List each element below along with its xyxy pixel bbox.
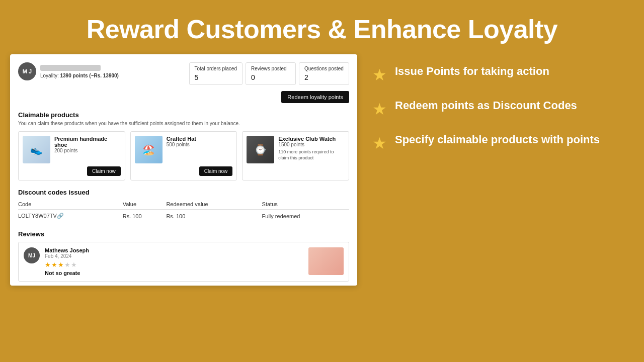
review-content: Mathews Joseph Feb 4, 2024 ★ ★ ★ ★ ★ Not…	[45, 247, 303, 276]
stat-box-questions: Questions posted 2	[299, 62, 349, 85]
discount-title: Discount codes issued	[18, 189, 349, 196]
feature-text-3: Specify claimable products with points	[395, 133, 600, 147]
reviews-section: Reviews MJ Mathews Joseph Feb 4, 2024 ★ …	[10, 226, 357, 286]
product-img-hat: 🏖️	[135, 136, 163, 163]
row-value: Rs. 100	[123, 210, 167, 223]
user-info: Loyality: 1390 points (~Rs. 13900)	[40, 65, 119, 78]
feature-text-2: Redeem points as Discount Codes	[395, 99, 577, 113]
feature-text-1: Issue Points for taking action	[395, 64, 549, 79]
star-rating: ★ ★ ★ ★ ★	[45, 261, 303, 268]
discount-table: Code Value Redeemed value Status LOLTY8W…	[18, 199, 349, 222]
page-header: Reward Customers & Enhance Loyalty	[0, 0, 644, 54]
claimable-title: Claimable products	[18, 111, 349, 119]
row-redeemed: Rs. 100	[166, 210, 262, 223]
review-image	[308, 247, 344, 275]
feature-item-1: ★ Issue Points for taking action	[372, 64, 624, 84]
review-date: Feb 4, 2024	[45, 253, 303, 259]
features-panel: ★ Issue Points for taking action ★ Redee…	[367, 54, 634, 163]
claim-button-hat[interactable]: Claim now	[199, 166, 233, 176]
col-status: Status	[262, 199, 349, 210]
stat-box-reviews: Reviews posted 0	[246, 62, 296, 85]
product-info-hat: Crafted Hat 500 points	[167, 136, 196, 147]
product-top-hat: 🏖️ Crafted Hat 500 points	[135, 136, 233, 163]
claimable-desc: You can claim these products when you ha…	[18, 121, 349, 126]
reviewer-avatar: MJ	[24, 247, 40, 263]
col-code: Code	[18, 199, 123, 210]
redeem-row: Redeem loyality points	[10, 89, 357, 107]
col-value: Value	[123, 199, 167, 210]
star-icon-3: ★	[372, 134, 387, 153]
row-status: Fully redeemed	[262, 210, 349, 223]
avatar: M J	[18, 62, 36, 80]
stat-box-orders: Total orders placed 5	[189, 62, 243, 85]
product-info-watch: Exclusive Club Watch 1500 points 110 mor…	[278, 136, 345, 161]
redeem-button[interactable]: Redeem loyality points	[281, 91, 349, 103]
app-topbar: M J Loyality: 1390 points (~Rs. 13900) T…	[10, 54, 357, 89]
loyalty-text: Loyality: 1390 points (~Rs. 13900)	[40, 73, 119, 78]
stats-boxes: Total orders placed 5 Reviews posted 0 Q…	[189, 62, 350, 85]
product-top-shoe: 👟 Premium handmade shoe 200 points	[23, 136, 121, 163]
star-4: ★	[64, 261, 70, 268]
star-icon-2: ★	[372, 100, 387, 119]
star-2: ★	[51, 261, 57, 268]
star-icon-1: ★	[372, 65, 387, 84]
user-name-blur	[40, 65, 101, 71]
products-row: 👟 Premium handmade shoe 200 points Claim…	[18, 131, 349, 180]
page-title: Reward Customers & Enhance Loyalty	[10, 14, 634, 44]
star-1: ★	[45, 261, 51, 268]
star-3: ★	[58, 261, 64, 268]
discount-section: Discount codes issued Code Value Redeeme…	[10, 185, 357, 226]
table-row: LOLTY8W07TV🔗 Rs. 100 Rs. 100 Fully redee…	[18, 210, 349, 223]
product-card-shoe: 👟 Premium handmade shoe 200 points Claim…	[18, 131, 125, 180]
product-top-watch: ⌚ Exclusive Club Watch 1500 points 110 m…	[247, 136, 345, 163]
product-info-shoe: Premium handmade shoe 200 points	[54, 136, 121, 153]
app-panel: M J Loyality: 1390 points (~Rs. 13900) T…	[10, 54, 357, 286]
claim-button-shoe[interactable]: Claim now	[87, 166, 121, 176]
feature-item-2: ★ Redeem points as Discount Codes	[372, 99, 624, 119]
user-area: M J Loyality: 1390 points (~Rs. 13900)	[18, 62, 119, 80]
feature-item-3: ★ Specify claimable products with points	[372, 133, 624, 153]
claimable-section: Claimable products You can claim these p…	[10, 107, 357, 185]
col-redeemed: Redeemed value	[166, 199, 262, 210]
reviewer-name: Mathews Joseph	[45, 247, 303, 253]
review-card: MJ Mathews Joseph Feb 4, 2024 ★ ★ ★ ★ ★ …	[18, 242, 349, 282]
review-text: Not so greate	[45, 270, 303, 276]
reviews-title: Reviews	[18, 230, 349, 238]
product-img-shoe: 👟	[23, 136, 50, 163]
main-content: M J Loyality: 1390 points (~Rs. 13900) T…	[0, 54, 644, 362]
row-code: LOLTY8W07TV🔗	[18, 210, 123, 223]
product-card-watch: ⌚ Exclusive Club Watch 1500 points 110 m…	[242, 131, 349, 180]
product-img-watch: ⌚	[247, 136, 274, 163]
product-card-hat: 🏖️ Crafted Hat 500 points Claim now	[130, 131, 237, 180]
star-5: ★	[71, 261, 77, 268]
